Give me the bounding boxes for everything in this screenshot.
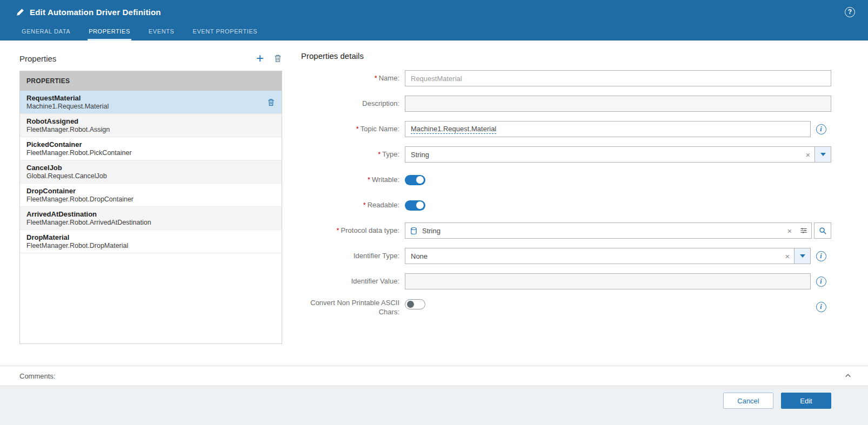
add-property-button[interactable]: + [256, 53, 264, 64]
column-header: PROPERTIES [20, 71, 282, 91]
comments-section: Comments: [0, 366, 868, 386]
property-name: RequestMaterial [26, 94, 109, 102]
field-label-description: Description: [301, 99, 405, 109]
filter-options-icon[interactable] [796, 227, 811, 234]
type-combobox[interactable]: String × [405, 146, 831, 163]
field-label-convert-ascii: Convert Non Printable ASCII Chars: [301, 299, 405, 317]
delete-row-icon[interactable] [267, 98, 275, 106]
table-row[interactable]: RobotAssigned FleetManager.Robot.Assign [20, 114, 282, 137]
identifier-type-combobox[interactable]: None × [405, 248, 811, 264]
panel-title: Properties [19, 54, 56, 63]
field-label-readable: *Readable: [301, 201, 405, 210]
edit-pencil-icon [16, 8, 24, 16]
dialog-header: Edit Automation Driver Definition ? GENE… [0, 0, 868, 41]
property-path: FleetManager.Robot.PickContainer [26, 149, 132, 157]
protocol-data-type-value: String [418, 227, 783, 235]
table-row[interactable]: ArrivedAtDestination FleetManager.Robot.… [20, 207, 282, 230]
property-path: Global.Request.CancelJob [26, 172, 107, 180]
property-name: CancelJob [26, 164, 107, 172]
required-asterisk: * [356, 125, 359, 133]
table-row[interactable]: RequestMaterial Machine1.Request.Materia… [20, 91, 282, 114]
properties-table: PROPERTIES RequestMaterial Machine1.Requ… [19, 71, 282, 344]
edit-button[interactable]: Edit [781, 393, 831, 409]
tab-event-properties[interactable]: EVENT PROPERTIES [191, 24, 258, 41]
info-icon[interactable]: i [816, 302, 826, 312]
property-name: ArrivedAtDestination [26, 210, 151, 218]
required-asterisk: * [378, 150, 380, 158]
info-icon[interactable]: i [816, 276, 826, 287]
edit-automation-driver-dialog: Edit Automation Driver Definition ? GENE… [0, 0, 868, 425]
tab-bar: GENERAL DATA PROPERTIES EVENTS EVENT PRO… [0, 24, 868, 41]
required-asterisk: * [363, 201, 366, 209]
required-asterisk: * [368, 176, 370, 184]
field-label-identifier-type: Identifier Type: [301, 252, 405, 261]
dialog-footer: Cancel Edit [0, 386, 868, 425]
required-asterisk: * [375, 74, 377, 82]
property-path: FleetManager.Robot.DropContainer [26, 195, 133, 203]
clear-icon[interactable]: × [783, 226, 796, 235]
field-label-protocol-data-type: *Protocol data type: [301, 226, 405, 235]
field-label-type: *Type: [301, 150, 405, 159]
browse-protocol-type-button[interactable] [814, 222, 831, 239]
properties-list-panel: Properties + PROPERTIES RequestMaterial [19, 50, 282, 366]
property-path: FleetManager.Robot.ArrivedAtDestination [26, 219, 151, 226]
info-icon[interactable]: i [816, 124, 826, 134]
field-label-topic-name: *Topic Name: [301, 125, 405, 134]
type-value: String [405, 151, 802, 159]
property-path: Machine1.Request.Material [26, 103, 109, 110]
info-icon[interactable]: i [816, 251, 826, 261]
field-label-name: *Name: [301, 74, 405, 83]
table-row[interactable]: DropMaterial FleetManager.Robot.DropMate… [20, 230, 282, 253]
page-title: Edit Automation Driver Definition [30, 8, 161, 17]
chevron-down-icon[interactable] [814, 147, 831, 162]
name-input[interactable] [405, 70, 831, 86]
property-name: PickedContainer [26, 140, 132, 149]
data-type-icon [410, 227, 418, 235]
property-path: FleetManager.Robot.Assign [26, 126, 110, 133]
property-name: DropMaterial [26, 233, 128, 241]
protocol-data-type-field[interactable]: String × [405, 222, 812, 239]
topic-name-value: Machine1.Request.Material [411, 125, 496, 134]
clear-icon[interactable]: × [802, 150, 814, 159]
table-row[interactable]: PickedContainer FleetManager.Robot.PickC… [20, 137, 282, 160]
required-asterisk: * [337, 226, 339, 234]
readable-toggle[interactable] [405, 200, 425, 211]
tab-general-data[interactable]: GENERAL DATA [21, 24, 71, 41]
tab-properties[interactable]: PROPERTIES [88, 24, 131, 41]
property-name: RobotAssigned [26, 117, 110, 125]
table-row[interactable]: DropContainer FleetManager.Robot.DropCon… [20, 184, 282, 207]
properties-details-panel: Properties details *Name: Description: *… [301, 50, 831, 366]
field-label-identifier-value: Identifier Value: [301, 277, 405, 286]
comments-label: Comments: [19, 372, 55, 380]
convert-ascii-toggle[interactable] [405, 299, 425, 309]
writable-toggle[interactable] [405, 175, 425, 185]
topic-name-input[interactable]: Machine1.Request.Material [405, 121, 811, 137]
field-label-writable: *Writable: [301, 176, 405, 185]
details-title: Properties details [301, 51, 831, 60]
description-input[interactable] [405, 96, 831, 112]
help-icon[interactable]: ? [845, 7, 855, 17]
table-row[interactable]: CancelJob Global.Request.CancelJob [20, 160, 282, 184]
cancel-button[interactable]: Cancel [723, 393, 773, 409]
clear-icon[interactable]: × [781, 252, 794, 261]
tab-events[interactable]: EVENTS [148, 24, 176, 41]
property-path: FleetManager.Robot.DropMaterial [26, 242, 128, 249]
chevron-down-icon[interactable] [794, 248, 810, 264]
delete-property-button[interactable] [273, 54, 282, 63]
chevron-up-icon[interactable] [844, 372, 852, 380]
property-name: DropContainer [26, 187, 133, 195]
identifier-type-value: None [405, 252, 781, 260]
identifier-value-input[interactable] [405, 273, 811, 289]
